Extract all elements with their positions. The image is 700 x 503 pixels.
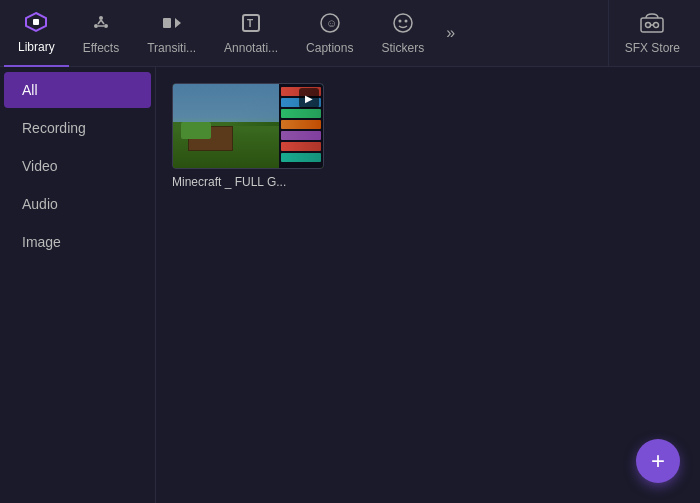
svg-marker-9	[175, 18, 181, 28]
top-nav: Library Effects Transiti...	[0, 0, 700, 67]
sidebar-item-all[interactable]: All	[4, 72, 151, 108]
media-title-minecraft: Minecraft _ FULL G...	[172, 175, 324, 189]
media-play-icon: ▶	[299, 88, 319, 108]
nav-item-stickers[interactable]: Stickers	[367, 0, 438, 67]
sidebar-item-video-label: Video	[22, 158, 58, 174]
sidebar-item-audio[interactable]: Audio	[4, 186, 151, 222]
nav-item-transitions[interactable]: Transiti...	[133, 0, 210, 67]
sidebar-item-video[interactable]: Video	[4, 148, 151, 184]
nav-item-annotations[interactable]: T Annotati...	[210, 0, 292, 67]
annotations-icon: T	[240, 12, 262, 37]
svg-point-14	[394, 14, 412, 32]
stickers-icon	[392, 12, 414, 37]
nav-label-transitions: Transiti...	[147, 41, 196, 55]
sidebar: All Recording Video Audio Image	[0, 67, 156, 503]
captions-icon: ☺	[319, 12, 341, 37]
sfx-store-label: SFX Store	[625, 41, 680, 55]
media-thumbnail-minecraft: ▶	[172, 83, 324, 169]
sidebar-item-all-label: All	[22, 82, 38, 98]
svg-point-2	[99, 16, 103, 20]
nav-item-captions[interactable]: ☺ Captions	[292, 0, 367, 67]
nav-item-sfx-store[interactable]: SFX Store	[608, 0, 696, 67]
transitions-icon	[161, 12, 183, 37]
svg-text:☺: ☺	[326, 17, 337, 29]
sidebar-item-image[interactable]: Image	[4, 224, 151, 260]
svg-point-15	[398, 19, 401, 22]
svg-point-18	[646, 22, 651, 27]
fab-add-button[interactable]: +	[636, 439, 680, 483]
nav-item-library[interactable]: Library	[4, 0, 69, 67]
media-grid: ▶ Minecraft _ FULL G...	[172, 83, 684, 189]
sidebar-item-image-label: Image	[22, 234, 61, 250]
sidebar-item-recording-label: Recording	[22, 120, 86, 136]
svg-point-4	[104, 24, 108, 28]
effects-icon	[90, 12, 112, 37]
svg-rect-8	[163, 18, 171, 28]
fab-plus-icon: +	[651, 447, 665, 475]
nav-label-library: Library	[18, 40, 55, 54]
svg-line-6	[101, 20, 104, 24]
nav-label-effects: Effects	[83, 41, 119, 55]
nav-more-button[interactable]: »	[438, 0, 463, 67]
svg-point-3	[94, 24, 98, 28]
svg-point-19	[654, 22, 659, 27]
more-icon: »	[446, 24, 455, 42]
svg-point-16	[404, 19, 407, 22]
content-area: ▶ Minecraft _ FULL G... +	[156, 67, 700, 503]
nav-label-stickers: Stickers	[381, 41, 424, 55]
nav-label-annotations: Annotati...	[224, 41, 278, 55]
media-card-minecraft[interactable]: ▶ Minecraft _ FULL G...	[172, 83, 324, 189]
sidebar-item-recording[interactable]: Recording	[4, 110, 151, 146]
sidebar-item-audio-label: Audio	[22, 196, 58, 212]
library-icon	[24, 11, 48, 36]
svg-text:T: T	[247, 18, 253, 29]
svg-rect-1	[33, 19, 39, 25]
main-content: All Recording Video Audio Image	[0, 67, 700, 503]
nav-label-captions: Captions	[306, 41, 353, 55]
sfx-store-icon	[639, 12, 665, 37]
nav-item-effects[interactable]: Effects	[69, 0, 133, 67]
